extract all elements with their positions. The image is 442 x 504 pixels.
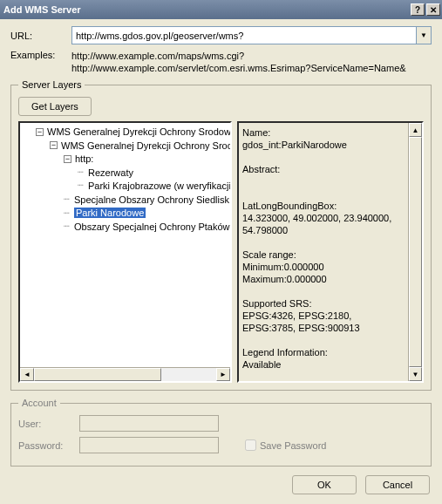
- scroll-track[interactable]: [34, 368, 216, 381]
- tree-leaf-icon: ┈: [78, 179, 86, 192]
- tree-horizontal-scrollbar[interactable]: ◄ ►: [20, 367, 230, 381]
- scroll-thumb[interactable]: [409, 137, 422, 367]
- cancel-button[interactable]: Cancel: [365, 475, 430, 494]
- url-combobox[interactable]: ▼: [71, 26, 432, 44]
- save-password-label: Save Password: [245, 439, 326, 451]
- scroll-up-icon[interactable]: ▲: [409, 123, 422, 137]
- detail-scale-min: Minimum:0.000000: [242, 261, 405, 273]
- titlebar: Add WMS Server ? ✕: [0, 0, 442, 19]
- server-layers-group: Server Layers Get Layers −WMS Generalnej…: [10, 79, 432, 391]
- detail-name-label: Name:: [242, 126, 405, 139]
- url-input[interactable]: [72, 29, 416, 43]
- detail-scale-max: Maximum:0.000000: [242, 273, 405, 285]
- tree-expando-icon[interactable]: −: [36, 128, 44, 136]
- example-line-2: http://www.example.com/servlet/com.esri.…: [71, 62, 432, 74]
- user-input: [79, 415, 219, 432]
- detail-abstract-label: Abstract:: [242, 163, 405, 175]
- tree-leaf[interactable]: Specjalne Obszary Ochrony Siedlisk: [74, 194, 229, 205]
- examples-row: Examples: http://www.example.com/maps/wm…: [10, 50, 432, 74]
- password-label: Password:: [18, 440, 79, 451]
- tree-leaf-icon: ┈: [64, 193, 72, 206]
- url-label: URL:: [10, 31, 71, 41]
- layer-details-panel: Name: gdos_int:ParkiNarodowe Abstract: L…: [237, 121, 424, 383]
- scroll-left-icon[interactable]: ◄: [20, 368, 34, 381]
- url-dropdown-icon[interactable]: ▼: [416, 27, 431, 44]
- account-group: Account User: Password: Save Password: [10, 398, 432, 467]
- detail-legend-label: Legend Information:: [242, 346, 405, 358]
- user-label: User:: [18, 419, 79, 429]
- save-password-checkbox: [245, 439, 256, 451]
- detail-legend-value: Available: [242, 358, 405, 371]
- tree-leaf[interactable]: Obszary Specjalnej Ochrony Ptaków: [74, 221, 230, 232]
- window-title: Add WMS Server: [3, 4, 409, 15]
- tree-node-root[interactable]: WMS Generalnej Dyrekcji Ochrony Srodowis…: [47, 126, 230, 137]
- detail-srs-label: Supported SRS:: [242, 297, 405, 310]
- tree-leaf-icon: ┈: [64, 207, 72, 220]
- tree-leaf-icon: ┈: [78, 166, 86, 179]
- account-legend: Account: [18, 398, 60, 408]
- examples-label: Examples:: [10, 50, 71, 74]
- tree-leaf-icon: ┈: [64, 220, 72, 233]
- dialog-button-row: OK Cancel: [10, 473, 432, 494]
- detail-bbox-label: LatLongBoundingBox:: [242, 200, 405, 212]
- scroll-thumb[interactable]: [34, 368, 161, 381]
- detail-scale-label: Scale range:: [242, 249, 405, 261]
- scroll-right-icon[interactable]: ►: [216, 368, 230, 381]
- layers-tree[interactable]: −WMS Generalnej Dyrekcji Ochrony Srodowi…: [18, 121, 232, 383]
- tree-node[interactable]: http:: [75, 153, 93, 164]
- example-line-1: http://www.example.com/maps/wms.cgi?: [71, 50, 432, 62]
- detail-srs-value: EPSG:4326, EPSG:2180, EPSG:3785, EPSG:90…: [242, 310, 405, 334]
- scroll-down-icon[interactable]: ▼: [409, 367, 422, 381]
- scroll-track[interactable]: [409, 137, 422, 367]
- tree-leaf[interactable]: Rezerwaty: [88, 167, 133, 177]
- tree-node[interactable]: WMS Generalnej Dyrekcji Ochrony Srodowi: [61, 140, 230, 150]
- help-icon[interactable]: ?: [411, 3, 425, 16]
- server-layers-legend: Server Layers: [18, 79, 85, 90]
- password-input: [79, 437, 219, 453]
- tree-expando-icon[interactable]: −: [50, 141, 58, 149]
- detail-name-value: gdos_int:ParkiNarodowe: [242, 139, 405, 151]
- tree-expando-icon[interactable]: −: [64, 155, 71, 163]
- detail-bbox-value: 14.323000, 49.002000, 23.940000, 54.7980…: [242, 212, 405, 236]
- get-layers-button[interactable]: Get Layers: [18, 97, 92, 116]
- dialog-content: URL: ▼ Examples: http://www.example.com/…: [0, 19, 442, 503]
- tree-leaf-selected[interactable]: Parki Narodowe: [74, 208, 146, 218]
- url-row: URL: ▼: [10, 26, 432, 44]
- tree-leaf[interactable]: Parki Krajobrazowe (w weryfikacji): [88, 180, 230, 191]
- examples-text: http://www.example.com/maps/wms.cgi? htt…: [71, 50, 432, 74]
- close-icon[interactable]: ✕: [426, 3, 440, 16]
- details-vertical-scrollbar[interactable]: ▲ ▼: [408, 123, 422, 381]
- ok-button[interactable]: OK: [292, 475, 357, 494]
